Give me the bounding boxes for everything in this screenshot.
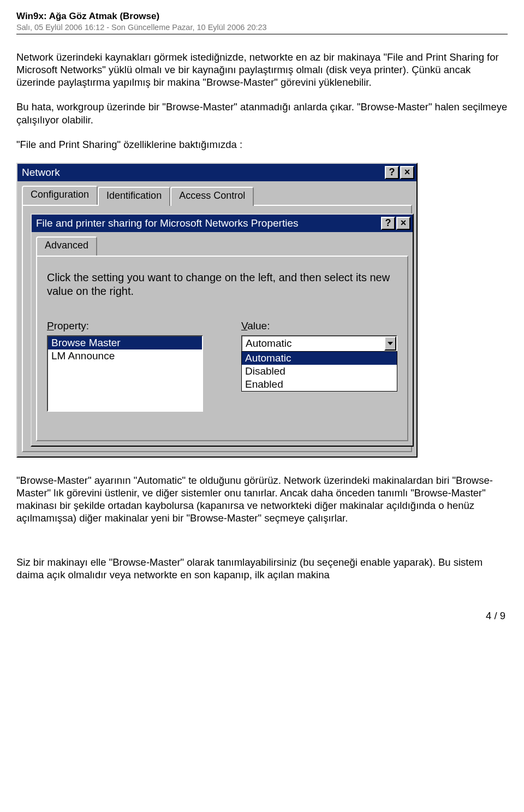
value-label: Value: [241, 320, 397, 332]
tab-identification[interactable]: Identification [98, 187, 170, 206]
list-item[interactable]: Enabled [242, 378, 397, 391]
instruction-text: Click the setting you want to change on … [47, 271, 397, 298]
paragraph: "File and Print Sharing" özelliklerine b… [16, 138, 508, 151]
help-button[interactable]: ? [381, 217, 395, 230]
close-button[interactable]: × [400, 166, 414, 179]
help-button[interactable]: ? [385, 166, 399, 179]
paragraph: Network üzerindeki kaynakları görmek ist… [16, 51, 508, 88]
document-header: Win9x: Ağa Göz Atmak (Browse) Salı, 05 E… [16, 11, 508, 34]
list-item[interactable]: Disabled [242, 365, 397, 378]
property-label: Property: [47, 320, 203, 332]
combo-dropdown-button[interactable] [384, 336, 396, 351]
tab-advanced[interactable]: Advanced [36, 236, 97, 256]
embedded-screenshot: Network ? × Configuration Identification… [16, 163, 508, 458]
paragraph: "Browse-Master" ayarının "Automatic" te … [16, 474, 508, 525]
tab-access-control[interactable]: Access Control [170, 187, 254, 206]
list-item[interactable]: Automatic [242, 352, 397, 365]
value-combobox[interactable]: Automatic [241, 335, 397, 352]
chevron-down-icon [388, 342, 393, 345]
tab-panel: Click the setting you want to change on … [36, 256, 408, 441]
property-listbox[interactable]: Browse Master LM Announce [47, 335, 203, 412]
file-print-sharing-dialog: File and printer sharing for Microsoft N… [31, 214, 414, 447]
paragraph: Bu hata, workgroup üzerinde bir "Browse-… [16, 100, 508, 126]
close-button[interactable]: × [396, 217, 410, 230]
titlebar: Network ? × [17, 164, 416, 181]
combo-dropdown-list[interactable]: Automatic Disabled Enabled [241, 351, 397, 392]
tab-configuration[interactable]: Configuration [22, 186, 98, 205]
list-item[interactable]: LM Announce [48, 349, 202, 363]
paragraph: Siz bir makinayı elle "Browse-Master" ol… [16, 556, 508, 581]
svg-marker-0 [388, 342, 393, 345]
window-title: File and printer sharing for Microsoft N… [36, 217, 380, 229]
document-subtitle: Salı, 05 Eylül 2006 16:12 - Son Güncelle… [16, 23, 508, 32]
tab-strip: Configuration Identification Access Cont… [17, 181, 416, 205]
tab-strip: Advanced [32, 232, 413, 256]
tab-panel: File and printer sharing for Microsoft N… [22, 205, 412, 452]
window-title: Network [22, 167, 384, 179]
combo-selected-text: Automatic [242, 336, 384, 351]
network-dialog: Network ? × Configuration Identification… [16, 163, 418, 458]
page-number: 4 / 9 [16, 594, 508, 622]
titlebar: File and printer sharing for Microsoft N… [32, 215, 413, 232]
document-title: Win9x: Ağa Göz Atmak (Browse) [16, 11, 508, 22]
list-item[interactable]: Browse Master [48, 336, 202, 349]
